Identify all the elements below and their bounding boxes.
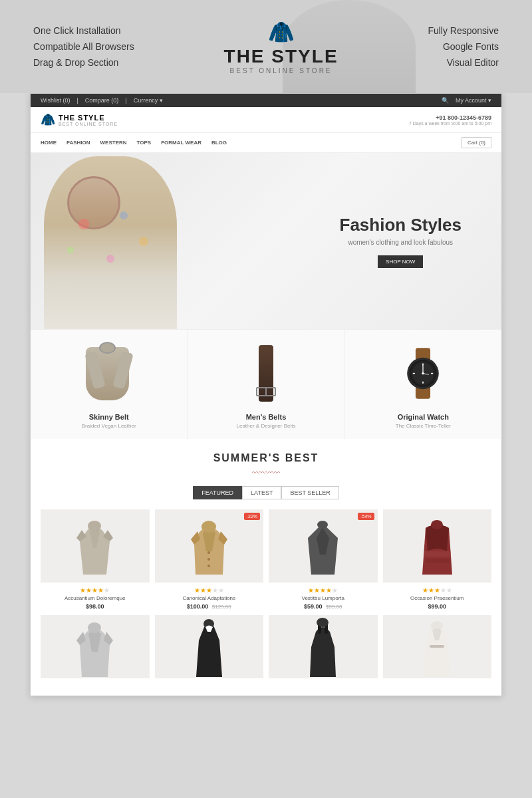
product-3-stars: ★★★★★ <box>269 587 378 594</box>
feature-visual-editor: Visual Editor <box>428 57 499 68</box>
shop-now-button[interactable]: SHOP NOW <box>378 255 423 268</box>
currency-dropdown[interactable]: Currency ▾ <box>134 97 163 104</box>
product-2-stars: ★★★★★ <box>155 587 264 594</box>
compare-link[interactable]: Compare (0) <box>85 97 119 104</box>
product-4-price: $99.00 <box>383 603 492 610</box>
topbar-divider: | <box>77 97 78 104</box>
store-logo-text: THE STYLE BEST ONLINE STORE <box>59 114 118 126</box>
coat-icon: 🧥 <box>268 19 295 45</box>
product-image-7 <box>269 615 378 678</box>
topbar-right: 🔍 My Account ▾ <box>442 97 491 104</box>
hero-subtitle: women's clothing and look fabulous <box>340 239 462 246</box>
category-mens-belts[interactable]: Men's Belts Leather & Designer Belts <box>188 330 344 439</box>
feature-drag-drop: Drag & Drop Section <box>33 57 134 68</box>
product-2-name: Canonical Adaptations <box>155 595 264 601</box>
brand-sub: BEST ONLINE STORE <box>230 67 332 74</box>
store-phone: +91 800-12345-6789 <box>409 114 491 121</box>
topbar-divider2: | <box>125 97 126 104</box>
summers-best-section: SUMMER'S BEST 〰〰〰 FEATURED LATEST BEST S… <box>31 439 501 696</box>
nav-links: HOME FASHION WESTERN TOPS FORMAL WEAR BL… <box>41 140 227 146</box>
discount-badge-3: -54% <box>358 513 374 520</box>
product-card-1[interactable]: ★★★★★ Accusantium Doloremque $98.00 <box>41 509 150 610</box>
section-divider: 〰〰〰 <box>41 467 491 478</box>
product-image-4 <box>383 509 492 583</box>
summers-best-title: SUMMER'S BEST <box>41 452 491 464</box>
nav-western[interactable]: WESTERN <box>100 140 127 146</box>
product-jacket-1-svg <box>76 518 113 575</box>
banner-features-left: One Click Installation Compatible All Br… <box>33 25 134 68</box>
product-wrap-svg <box>419 518 456 575</box>
product-2-price: $100.00 $129.00 <box>155 603 264 610</box>
store-hours: 7 Days a week from 9:00 am to 5:00 pm <box>409 121 491 126</box>
svg-point-12 <box>422 372 424 374</box>
store-mockup: Wishlist (0) | Compare (0) | Currency ▾ … <box>30 93 502 696</box>
product-card-8[interactable] <box>383 615 492 682</box>
product-card-4[interactable]: ★★★★★ Occasion Praesentium $99.00 <box>383 509 492 610</box>
watch-svg <box>400 345 446 402</box>
svg-rect-7 <box>422 381 424 383</box>
nav-home[interactable]: HOME <box>41 140 57 146</box>
search-icon[interactable]: 🔍 <box>442 97 449 104</box>
svg-rect-8 <box>413 372 415 374</box>
product-card-5[interactable] <box>41 615 150 682</box>
original-watch-desc: The Classic Time-Teller <box>352 423 495 429</box>
mens-belts-desc: Leather & Designer Belts <box>194 423 337 429</box>
banner-center-logo: 🧥 THE STYLE BEST ONLINE STORE <box>224 19 338 74</box>
account-dropdown[interactable]: My Account ▾ <box>456 97 491 104</box>
product-card-2[interactable]: -22% ★★★★★ Canonical Adapta <box>155 509 264 610</box>
belt-shape <box>249 342 283 405</box>
svg-rect-28 <box>430 645 444 648</box>
product-1-stars: ★★★★★ <box>41 587 150 594</box>
tab-featured[interactable]: FEATURED <box>193 486 242 499</box>
nav-formal-wear[interactable]: FORMAL WEAR <box>161 140 201 146</box>
feature-fonts: Google Fonts <box>428 41 499 52</box>
product-card-3[interactable]: -54% ★★★★★ Vestitbu Lumporta $59.00 $99.… <box>269 509 378 610</box>
brand-name: THE STYLE <box>224 46 338 67</box>
category-original-watch[interactable]: Original Watch The Classic Time-Teller <box>345 330 501 439</box>
product-card-7[interactable] <box>269 615 378 682</box>
watch-image <box>352 340 495 406</box>
svg-rect-20 <box>426 559 450 563</box>
wishlist-link[interactable]: Wishlist (0) <box>41 97 70 104</box>
nav-tops[interactable]: TOPS <box>137 140 152 146</box>
svg-rect-19 <box>424 551 451 557</box>
product-image-8 <box>383 615 492 678</box>
store-name: THE STYLE <box>59 114 118 122</box>
nav-blog[interactable]: BLOG <box>211 140 227 146</box>
product-image-2: -22% <box>155 509 264 583</box>
product-poncho-svg <box>305 518 341 575</box>
svg-point-16 <box>207 558 210 561</box>
product-image-6 <box>155 615 264 678</box>
svg-rect-9 <box>431 372 433 374</box>
product-4-stars: ★★★★★ <box>383 587 492 594</box>
banner-features-right: Fully Responsive Google Fonts Visual Edi… <box>428 25 499 68</box>
product-4-name: Occasion Praesentium <box>383 595 492 601</box>
store-topbar: Wishlist (0) | Compare (0) | Currency ▾ … <box>31 94 501 107</box>
category-skinny-belt[interactable]: Skinny Belt Braided Vegan Leather <box>31 330 188 439</box>
product-image-5 <box>41 615 150 678</box>
discount-badge-2: -22% <box>244 513 260 520</box>
svg-point-26 <box>317 618 329 627</box>
svg-point-22 <box>88 622 101 633</box>
topbar-left: Wishlist (0) | Compare (0) | Currency ▾ <box>41 97 163 104</box>
product-3-price: $59.00 $99.00 <box>269 603 378 610</box>
original-watch-name: Original Watch <box>352 413 495 421</box>
svg-point-21 <box>431 520 443 529</box>
hero-text: Fashion Styles women's clothing and look… <box>340 215 462 268</box>
product-card-6[interactable] <box>155 615 264 682</box>
feature-responsive: Fully Responsive <box>428 25 499 36</box>
svg-point-14 <box>201 521 216 533</box>
filter-tabs: FEATURED LATEST BEST SELLER <box>41 486 491 499</box>
category-row: Skinny Belt Braided Vegan Leather Men's … <box>31 329 501 439</box>
products-grid: ★★★★★ Accusantium Doloremque $98.00 -22% <box>41 509 491 610</box>
product-jacket2-svg <box>76 617 113 677</box>
cart-button[interactable]: Cart (0) <box>462 137 491 148</box>
svg-point-15 <box>207 551 210 554</box>
skinny-belt-name: Skinny Belt <box>37 413 180 421</box>
feature-compatible: Compatible All Browsers <box>33 41 134 52</box>
nav-fashion[interactable]: FASHION <box>66 140 90 146</box>
tab-best-seller[interactable]: BEST SELLER <box>281 486 338 499</box>
tab-latest[interactable]: LATEST <box>242 486 281 499</box>
mens-belts-name: Men's Belts <box>194 413 337 421</box>
jacket-shape <box>86 342 132 405</box>
